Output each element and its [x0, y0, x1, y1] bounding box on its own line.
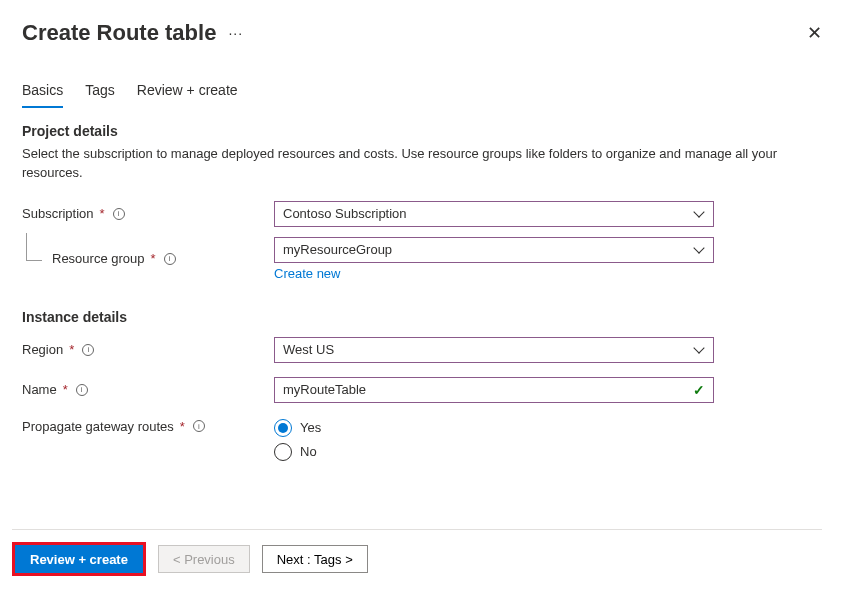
- tab-tags[interactable]: Tags: [85, 76, 115, 108]
- chevron-down-icon: [695, 347, 705, 353]
- tab-review[interactable]: Review + create: [137, 76, 238, 108]
- required-icon: *: [63, 382, 68, 397]
- indent-line: [26, 233, 42, 261]
- create-new-link[interactable]: Create new: [274, 266, 340, 281]
- chevron-down-icon: [695, 247, 705, 253]
- highlight-annotation: Review + create: [12, 542, 146, 576]
- propagate-yes-radio[interactable]: Yes: [274, 419, 714, 437]
- radio-icon: [274, 443, 292, 461]
- radio-icon: [274, 419, 292, 437]
- radio-yes-label: Yes: [300, 420, 321, 435]
- project-details-description: Select the subscription to manage deploy…: [22, 145, 822, 183]
- propagate-no-radio[interactable]: No: [274, 443, 714, 461]
- name-input[interactable]: myRouteTable ✓: [274, 377, 714, 403]
- page-title: Create Route table: [22, 20, 216, 46]
- subscription-select[interactable]: Contoso Subscription: [274, 201, 714, 227]
- name-value: myRouteTable: [283, 382, 366, 397]
- info-icon[interactable]: i: [193, 420, 205, 432]
- close-icon[interactable]: ✕: [807, 22, 822, 44]
- subscription-value: Contoso Subscription: [283, 206, 407, 221]
- subscription-label: Subscription* i: [22, 206, 274, 221]
- previous-button: < Previous: [158, 545, 250, 573]
- tab-basics[interactable]: Basics: [22, 76, 63, 108]
- resourcegroup-label: Resource group* i: [22, 251, 274, 266]
- next-button[interactable]: Next : Tags >: [262, 545, 368, 573]
- more-icon[interactable]: ···: [228, 25, 243, 41]
- info-icon[interactable]: i: [164, 253, 176, 265]
- review-create-button[interactable]: Review + create: [15, 545, 143, 573]
- resourcegroup-select[interactable]: myResourceGroup: [274, 237, 714, 263]
- propagate-label: Propagate gateway routes* i: [22, 417, 274, 434]
- region-select[interactable]: West US: [274, 337, 714, 363]
- instance-details-heading: Instance details: [22, 309, 822, 325]
- footer-bar: Review + create < Previous Next : Tags >: [12, 529, 822, 576]
- radio-no-label: No: [300, 444, 317, 459]
- project-details-heading: Project details: [22, 123, 822, 139]
- region-value: West US: [283, 342, 334, 357]
- required-icon: *: [180, 419, 185, 434]
- tab-bar: Basics Tags Review + create: [22, 76, 822, 109]
- info-icon[interactable]: i: [113, 208, 125, 220]
- checkmark-icon: ✓: [693, 382, 705, 398]
- chevron-down-icon: [695, 211, 705, 217]
- required-icon: *: [100, 206, 105, 221]
- required-icon: *: [151, 251, 156, 266]
- name-label: Name* i: [22, 382, 274, 397]
- resourcegroup-value: myResourceGroup: [283, 242, 392, 257]
- info-icon[interactable]: i: [76, 384, 88, 396]
- required-icon: *: [69, 342, 74, 357]
- info-icon[interactable]: i: [82, 344, 94, 356]
- region-label: Region* i: [22, 342, 274, 357]
